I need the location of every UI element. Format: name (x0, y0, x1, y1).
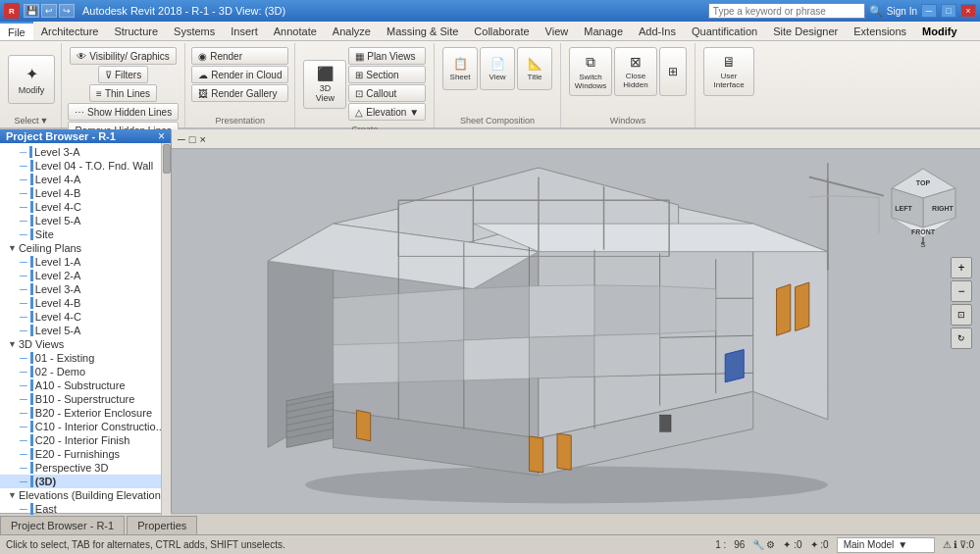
tree-item-3d-current[interactable]: ─ (3D) (0, 475, 161, 488)
tree-item-c10[interactable]: ─ C10 - Interior Constructio... (0, 420, 161, 433)
menu-quantification[interactable]: Quantification (684, 22, 765, 40)
tree-item-perspective[interactable]: ─ Perspective 3D (0, 461, 161, 475)
menu-annotate[interactable]: Annotate (266, 22, 325, 40)
menu-view[interactable]: View (538, 22, 577, 40)
switch-windows-button[interactable]: ⧉ SwitchWindows (569, 47, 612, 96)
tree-item-ceil-l3a[interactable]: ─ Level 3-A (0, 282, 161, 296)
menu-architecture[interactable]: Architecture (33, 22, 107, 40)
windows-extra-btn[interactable]: ⊞ (659, 47, 687, 96)
menu-collaborate[interactable]: Collaborate (466, 22, 537, 40)
fit-view-button[interactable]: ⊡ (951, 304, 972, 326)
search-icon[interactable]: 🔍 (869, 5, 883, 18)
3d-view-button[interactable]: ⬛ 3DView (303, 60, 346, 109)
tab-properties[interactable]: Properties (127, 516, 197, 534)
sheet-btn-2[interactable]: 📄 View (480, 47, 515, 90)
viewport-max-icon[interactable]: □ (189, 133, 196, 145)
menu-insert[interactable]: Insert (223, 22, 266, 40)
close-button[interactable]: × (960, 4, 976, 18)
tree-item-level3a[interactable]: ─ Level 3-A (0, 145, 161, 159)
thin-lines-button[interactable]: ≡ Thin Lines (89, 84, 157, 102)
quick-access-save[interactable]: 💾 (24, 4, 39, 18)
info-icon[interactable]: ℹ (954, 539, 957, 550)
status-icon-1[interactable]: 🔧 (752, 539, 764, 550)
ribbon: ✦ Modify Select ▼ 👁 Visibility/ Graphics… (0, 41, 980, 129)
quick-access-undo[interactable]: ↩ (41, 4, 57, 18)
show-hidden-lines-button[interactable]: ⋯ Show Hidden Lines (68, 103, 179, 121)
title-bar-right: 🔍 Sign In ─ □ × (708, 3, 976, 19)
model-selector[interactable]: Main Model ▼ (837, 537, 935, 553)
tree-item-02-demo[interactable]: ─ 02 - Demo (0, 365, 161, 378)
viewport-close-icon[interactable]: × (199, 133, 205, 145)
rotate-button[interactable]: ↻ (951, 327, 972, 349)
tree-item-e20[interactable]: ─ E20 - Furnishings (0, 447, 161, 461)
menu-file[interactable]: File (0, 22, 33, 40)
tree-item-level4c-1[interactable]: ─ Level 4-C (0, 200, 161, 214)
render-button[interactable]: ◉ Render (191, 47, 288, 65)
menu-site-designer[interactable]: Site Designer (765, 22, 846, 40)
sheet-btn-1[interactable]: 📋 Sheet (442, 47, 478, 90)
menu-massing[interactable]: Massing & Site (379, 22, 466, 40)
user-label[interactable]: Sign In (887, 6, 917, 17)
menu-extensions[interactable]: Extensions (846, 22, 914, 40)
tree-item-ceil-l2a[interactable]: ─ Level 2-A (0, 269, 161, 282)
pb-close-button[interactable]: × (158, 129, 165, 143)
tree-item-c20[interactable]: ─ C20 - Interior Finish (0, 433, 161, 447)
tree-item-ceil-l1a[interactable]: ─ Level 1-A (0, 255, 161, 269)
menu-addins[interactable]: Add-Ins (631, 22, 684, 40)
menu-manage[interactable]: Manage (576, 22, 631, 40)
status-icon-2[interactable]: ⚙ (766, 539, 775, 550)
viewport-canvas[interactable]: TOP RIGHT LEFT FRONT S + − ⊡ ↻ (172, 149, 980, 513)
filters-button[interactable]: ⊽ Filters (98, 66, 148, 83)
menu-systems[interactable]: Systems (166, 22, 223, 40)
tree-item-01-existing[interactable]: ─ 01 - Existing (0, 351, 161, 365)
search-input[interactable] (708, 3, 865, 19)
close-hidden-button[interactable]: ⊠ CloseHidden (614, 47, 657, 96)
visibility-graphics-button[interactable]: 👁 Visibility/ Graphics (70, 47, 177, 65)
menu-analyze[interactable]: Analyze (325, 22, 379, 40)
render-cloud-button[interactable]: ☁ Render in Cloud (191, 66, 288, 83)
svg-text:S: S (920, 240, 925, 247)
menu-modify[interactable]: Modify (914, 22, 964, 40)
tree-group-ceiling[interactable]: ▼ Ceiling Plans (0, 241, 161, 255)
project-browser: Project Browser - R-1 × ─ Level 3-A ─ Le… (0, 129, 172, 513)
sheet-btn-3[interactable]: 📐 Title (517, 47, 552, 90)
tree-group-3dviews[interactable]: ▼ 3D Views (0, 337, 161, 351)
plan-views-button[interactable]: ▦ Plan Views (348, 47, 426, 65)
render-gallery-button[interactable]: 🖼 Render Gallery (191, 84, 288, 102)
modify-button[interactable]: ✦ Modify (8, 55, 55, 104)
warning-icon[interactable]: ⚠ (943, 539, 952, 550)
callout-button[interactable]: ⊡ Callout (348, 84, 426, 102)
ribbon-group-graphics: 👁 Visibility/ Graphics ⊽ Filters ≡ Thin … (62, 43, 185, 127)
zoom-in-button[interactable]: + (951, 257, 972, 278)
pb-content: ─ Level 3-A ─ Level 04 - T.O. Fnd. Wall … (0, 143, 161, 527)
viewport-min-icon[interactable]: ─ (178, 133, 185, 145)
tree-item-b10[interactable]: ─ B10 - Superstructure (0, 392, 161, 406)
tree-item-east[interactable]: ─ East (0, 502, 161, 516)
filter-icon[interactable]: ⊽:0 (959, 539, 974, 550)
elevation-button[interactable]: △ Elevation ▼ (348, 103, 426, 121)
nav-cube[interactable]: TOP RIGHT LEFT FRONT S (882, 164, 965, 247)
pb-scrollbar[interactable] (161, 143, 171, 527)
tree-item-level04[interactable]: ─ Level 04 - T.O. Fnd. Wall (0, 159, 161, 173)
tree-item-level5a-1[interactable]: ─ Level 5-A (0, 214, 161, 227)
menu-structure[interactable]: Structure (106, 22, 166, 40)
quick-access-redo[interactable]: ↪ (59, 4, 75, 18)
tree-item-b20[interactable]: ─ B20 - Exterior Enclosure (0, 406, 161, 420)
tree-item-ceil-l5a[interactable]: ─ Level 5-A (0, 324, 161, 337)
tree-item-level4a[interactable]: ─ Level 4-A (0, 173, 161, 186)
select-group-label[interactable]: Select ▼ (15, 114, 49, 126)
tree-group-elevations[interactable]: ▼ Elevations (Building Elevation (0, 488, 161, 502)
tree-item-level4b-1[interactable]: ─ Level 4-B (0, 186, 161, 200)
minimize-button[interactable]: ─ (921, 4, 937, 18)
section-button[interactable]: ⊞ Section (348, 66, 426, 83)
pb-scrollbar-thumb[interactable] (163, 144, 171, 174)
zoom-out-button[interactable]: − (951, 280, 972, 302)
tree-item-ceil-l4b[interactable]: ─ Level 4-B (0, 296, 161, 310)
maximize-button[interactable]: □ (941, 4, 956, 18)
user-interface-button[interactable]: 🖥 UserInterface (703, 47, 754, 96)
tree-item-a10[interactable]: ─ A10 - Substructure (0, 378, 161, 392)
status-scale-label: 1 : (715, 539, 726, 550)
tab-project-browser[interactable]: Project Browser - R-1 (0, 516, 125, 534)
tree-item-ceil-l4c[interactable]: ─ Level 4-C (0, 310, 161, 324)
tree-item-site[interactable]: ─ Site (0, 227, 161, 241)
